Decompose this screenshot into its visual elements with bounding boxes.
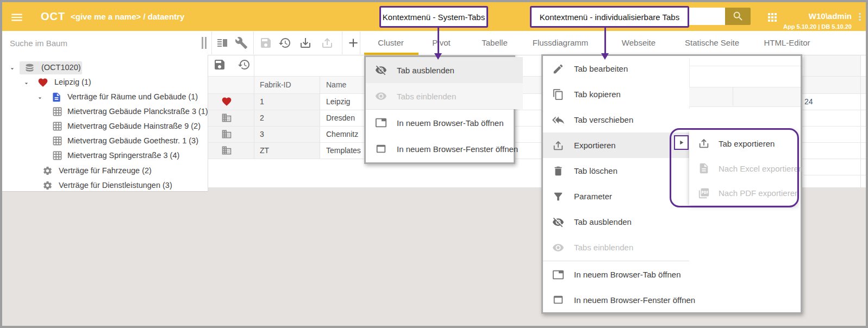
more-vert-icon[interactable] — [854, 11, 866, 23]
tree-item-mietvertrag-planckstrasse[interactable]: Mietvertrag Gebäude Planckstraße 3 (1) — [2, 105, 208, 119]
toolbar-divider — [211, 31, 212, 54]
wrench-icon[interactable] — [235, 36, 248, 49]
browser-window-icon — [552, 294, 564, 306]
submenu-item-nach-pdf[interactable]: Nach PDF exportieren — [689, 181, 805, 205]
panel-splitter-handle[interactable] — [202, 37, 203, 49]
cell-name[interactable]: Templates — [326, 146, 361, 155]
download-icon[interactable] — [299, 36, 312, 49]
tree-item-label: Mietvertrag Gebäude Goethestr. 1 (3) — [67, 136, 198, 145]
upload-icon[interactable] — [321, 36, 334, 49]
submenu-expander[interactable] — [674, 135, 689, 150]
tree-item-vertraege-dienstleistungen[interactable]: Verträge für Dienstleistungen (3) — [2, 179, 208, 193]
tree-item-label: Verträge für Räume und Gebäude (1) — [67, 92, 198, 101]
submenu-item-tab-exportieren[interactable]: Tab exportieren — [689, 131, 805, 156]
menu-item-browser-tab-oeffnen[interactable]: In neuem Browser-Tab öffnen — [366, 110, 523, 136]
cell-name[interactable]: Chemnitz — [326, 130, 358, 138]
table-row-favorite[interactable] — [221, 96, 232, 107]
browser-tab-icon — [552, 269, 564, 281]
right-column-header — [804, 55, 860, 93]
menu-item-browser-fenster-oeffnen[interactable]: In neuem Browser-Fenster öffnen — [543, 287, 698, 312]
search-icon — [732, 10, 744, 22]
menu-divider — [543, 261, 689, 261]
menu-item-tabs-einblenden[interactable]: Tabs einblenden — [366, 83, 523, 109]
menu-item-parameter[interactable]: Parameter — [543, 184, 698, 209]
menu-item-browser-tab-oeffnen[interactable]: In neuem Browser-Tab öffnen — [543, 262, 698, 287]
panel-splitter-handle-2[interactable] — [205, 37, 207, 49]
tree-item-mietvertrag-springerstrasse[interactable]: Mietvertrag Springerstraße 3 (4) — [2, 149, 208, 163]
column-header-fabrik-id[interactable]: Fabrik-ID — [260, 80, 291, 89]
tree-item-label: Mietvertrag Gebäude Planckstraße 3 (1) — [67, 107, 208, 116]
cell-name[interactable]: Dresden — [326, 113, 355, 122]
gear-icon — [42, 180, 53, 191]
menu-item-tab-kopieren[interactable]: Tab kopieren — [543, 81, 698, 107]
remnant-header-band — [689, 87, 801, 107]
pencil-icon — [552, 63, 564, 75]
app-logo[interactable]: OCT — [41, 10, 65, 23]
grid-history-icon[interactable] — [238, 58, 251, 71]
table-row-icon[interactable] — [221, 129, 232, 140]
tree-item-oct1020[interactable]: (OCT1020) — [2, 61, 208, 75]
eye-icon — [375, 90, 387, 102]
browser-window-icon — [375, 143, 387, 155]
vertical-split-icon[interactable] — [216, 36, 229, 49]
grid-save-icon[interactable] — [213, 58, 226, 71]
tab-pivot[interactable]: Pivot — [414, 31, 469, 54]
column-header-name[interactable]: Name — [326, 80, 346, 89]
menu-item-label: Tab exportieren — [719, 139, 775, 148]
context-menu-system-tabs: Tab ausblenden Tabs einblenden In neuem … — [364, 55, 515, 164]
chevron-down-icon[interactable] — [9, 65, 16, 72]
database-icon — [24, 62, 35, 74]
hamburger-menu-icon[interactable] — [10, 10, 24, 24]
menu-item-tab-ausblenden[interactable]: Tab ausblenden — [366, 57, 523, 83]
tree-item-vertraege-fahrzeuge[interactable]: Verträge für Fahrzeuge (2) — [2, 164, 208, 179]
tree-search-input[interactable] — [2, 31, 216, 54]
menu-item-tabs-einblenden[interactable]: Tabs einblenden — [543, 235, 698, 260]
cell-fabrik-id[interactable]: ZT — [260, 146, 269, 155]
table-icon — [52, 136, 63, 146]
tree-item-vertraege-raeume[interactable]: Verträge für Räume und Gebäude (1) — [2, 90, 208, 105]
app-window: OCT <give me a name> / dataentry W10\adm… — [0, 0, 868, 328]
tree-item-mietvertrag-hainstrasse[interactable]: Mietvertrag Gebäude Hainstraße 9 (2) — [2, 119, 208, 134]
table-icon — [52, 106, 63, 117]
menu-item-label: Tab löschen — [574, 166, 617, 175]
tab-webseite[interactable]: Webseite — [606, 31, 671, 54]
active-tab-underline — [364, 53, 419, 55]
chevron-down-icon[interactable] — [36, 94, 43, 102]
tab-cluster[interactable]: Cluster — [359, 31, 423, 54]
menu-item-browser-fenster-oeffnen[interactable]: In neuem Browser-Fenster öffnen — [366, 136, 523, 162]
table-icon — [52, 150, 63, 161]
menu-item-tab-verschieben[interactable]: Tab verschieben — [543, 107, 698, 133]
tab-flussdiagramm[interactable]: Flussdiagramm — [525, 31, 596, 54]
tab-html-editor[interactable]: HTML-Editor — [754, 31, 820, 54]
global-search-button[interactable] — [725, 8, 751, 25]
submenu-item-nach-excel[interactable]: Nach Excel exportieren — [689, 156, 805, 181]
menu-item-label: Tab kopieren — [574, 90, 621, 99]
version-info: App 5.10.20 | DB 5.10.20 — [752, 23, 852, 30]
save-icon[interactable] — [259, 36, 272, 49]
tab-tabelle[interactable]: Tabelle — [467, 31, 522, 54]
eye-icon — [552, 242, 564, 254]
cell-fabrik-id[interactable]: 2 — [260, 113, 264, 122]
pdf-icon — [698, 187, 710, 199]
cell-fabrik-id[interactable]: 3 — [260, 130, 264, 138]
export-icon — [698, 137, 710, 149]
toolbar-divider — [342, 31, 342, 54]
menu-item-tab-bearbeiten[interactable]: Tab bearbeiten — [543, 56, 698, 81]
history-icon[interactable] — [278, 36, 291, 49]
menu-item-label: Tabs einblenden — [397, 92, 456, 101]
menu-item-label: Tabs einblenden — [574, 243, 633, 252]
cell-fabrik-id[interactable]: 1 — [260, 97, 264, 106]
tab-statische-seite[interactable]: Statische Seite — [674, 31, 750, 54]
tree-item-mietvertrag-goethestrasse[interactable]: Mietvertrag Gebäude Goethestr. 1 (3) — [2, 134, 208, 149]
table-row-icon[interactable] — [221, 112, 232, 123]
menu-item-tab-ausblenden[interactable]: Tab ausblenden — [543, 209, 698, 235]
cell-name[interactable]: Leipzig — [326, 97, 350, 106]
tree-item-label: Mietvertrag Gebäude Hainstraße 9 (2) — [67, 122, 201, 130]
table-row-icon[interactable] — [221, 145, 232, 156]
chevron-down-icon[interactable] — [23, 80, 30, 87]
tree-item-leipzig[interactable]: Leipzig (1) — [2, 75, 208, 90]
menu-item-tab-loeschen[interactable]: Tab löschen — [543, 158, 698, 184]
callout-custom-tabs: Kontextmenü - individualisierbare Tabs — [530, 6, 689, 28]
breadcrumb: <give me a name> / dataentry — [71, 12, 184, 21]
current-user[interactable]: W10\admin — [774, 11, 852, 21]
